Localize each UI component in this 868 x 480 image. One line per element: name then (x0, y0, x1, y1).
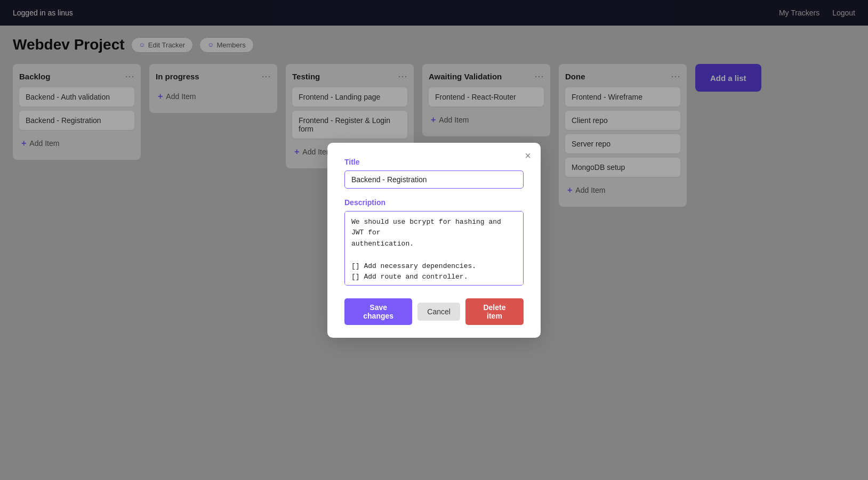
modal-overlay: × Title Description We should use bcrypt… (0, 0, 868, 480)
title-input[interactable] (344, 170, 524, 189)
save-changes-button[interactable]: Save changes (344, 298, 412, 325)
delete-item-button[interactable]: Delete item (465, 298, 524, 325)
modal-close-button[interactable]: × (525, 150, 531, 161)
description-label: Description (344, 198, 524, 207)
title-label: Title (344, 158, 524, 166)
cancel-button[interactable]: Cancel (417, 303, 460, 321)
edit-item-modal: × Title Description We should use bcrypt… (327, 143, 541, 338)
description-textarea[interactable]: We should use bcrypt for hashing and JWT… (344, 211, 524, 286)
modal-actions: Save changes Cancel Delete item (344, 298, 524, 325)
